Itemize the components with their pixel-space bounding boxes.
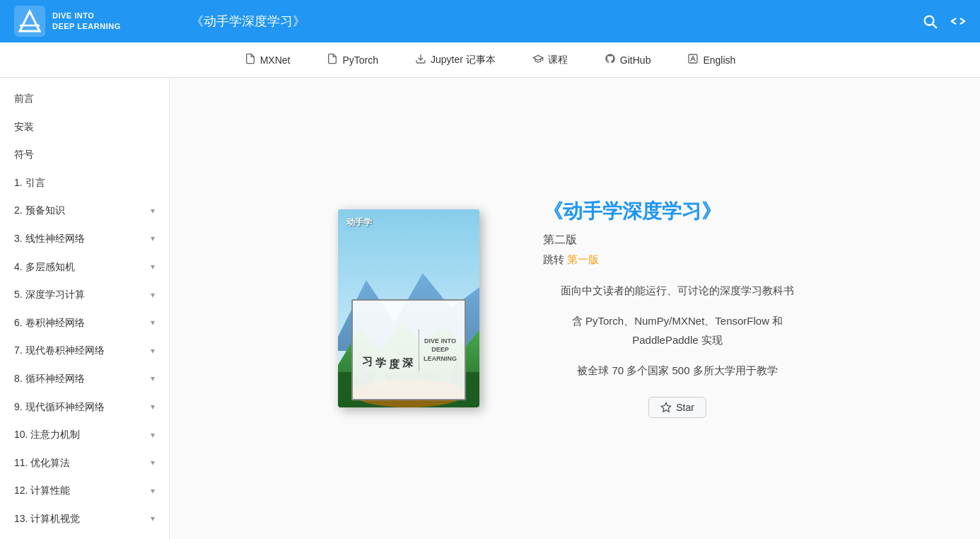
sidebar-item-prerequisites[interactable]: 2. 预备知识 ▾: [0, 197, 169, 225]
star-icon: [660, 402, 672, 413]
nav-label-github: GitHub: [620, 54, 651, 66]
github-icon: [605, 53, 616, 67]
sidebar-item-label: 12. 计算性能: [14, 484, 70, 498]
chevron-icon: ▾: [151, 345, 155, 357]
sidebar: 前言 安装 符号 1. 引言 2. 预备知识 ▾ 3. 线性神经网络 ▾ 4. …: [0, 78, 170, 539]
nav-item-pytorch[interactable]: PyTorch: [322, 50, 383, 70]
sidebar-item-linear-nn[interactable]: 3. 线性神经网络 ▾: [0, 225, 169, 253]
sidebar-item-label: 13. 计算机视觉: [14, 512, 80, 526]
book-subtitle-en: DIVE INTODEEPLEARNING: [424, 337, 457, 364]
chevron-icon: ▾: [151, 317, 155, 329]
book-cover-inner: 深度学习 DIVE INTODEEPLEARNING: [351, 299, 466, 400]
nav-item-jupyter[interactable]: Jupyter 记事本: [411, 50, 500, 70]
nav-label-mxnet: MXNet: [260, 54, 291, 66]
sidebar-item-label: 1. 引言: [14, 176, 45, 190]
chevron-icon: ▾: [151, 373, 155, 385]
sidebar-item-label: 2. 预备知识: [14, 204, 65, 218]
nav-item-github[interactable]: GitHub: [600, 50, 655, 70]
book-title-cn: 深度学习: [361, 349, 414, 351]
sidebar-item-label: 10. 注意力机制: [14, 428, 80, 442]
sidebar-item-preface[interactable]: 前言: [0, 85, 169, 113]
sidebar-item-label: 4. 多层感知机: [14, 260, 75, 274]
main-layout: 前言 安装 符号 1. 引言 2. 预备知识 ▾ 3. 线性神经网络 ▾ 4. …: [0, 78, 980, 539]
search-icon: [922, 13, 938, 29]
chevron-icon: ▾: [151, 261, 155, 273]
sidebar-item-label: 8. 循环神经网络: [14, 372, 85, 386]
nav-label-course: 课程: [548, 54, 568, 66]
star-label: Star: [676, 402, 694, 413]
content-area: 深度学习 DIVE INTODEEPLEARNING 动手学 《动手学深度学习》: [170, 78, 980, 539]
book-cover-wrapper: 深度学习 DIVE INTODEEPLEARNING 动手学: [338, 209, 486, 407]
svg-marker-16: [661, 403, 670, 412]
nav-item-course[interactable]: 课程: [528, 50, 572, 70]
sidebar-item-label: 9. 现代循环神经网络: [14, 400, 105, 415]
english-icon: [687, 53, 699, 67]
search-button[interactable]: [922, 13, 938, 29]
jupyter-icon: [415, 53, 426, 67]
book-features: 含 PyTorch、NumPy/MXNet、TensorFlow 和 Paddl…: [543, 311, 812, 349]
chevron-icon: ▾: [151, 513, 155, 525]
sidebar-item-cnn[interactable]: 6. 卷积神经网络 ▾: [0, 309, 169, 337]
chevron-icon: ▾: [151, 485, 155, 497]
sidebar-item-modern-cnn[interactable]: 7. 现代卷积神经网络 ▾: [0, 337, 169, 365]
book-usage: 被全球 70 多个国家 500 多所大学用于教学: [543, 361, 812, 380]
book-top-label: 动手学: [346, 216, 372, 228]
sidebar-item-mlp[interactable]: 4. 多层感知机 ▾: [0, 253, 169, 282]
nav-label-pytorch: PyTorch: [342, 54, 378, 66]
chevron-icon: ▾: [151, 457, 155, 469]
sidebar-item-label: 符号: [14, 148, 34, 162]
logo-text: DIVE INTO DEEP LEARNING: [52, 11, 121, 33]
chevron-icon: ▾: [151, 429, 155, 441]
star-button[interactable]: Star: [648, 397, 706, 418]
nav-item-english[interactable]: English: [683, 50, 740, 70]
book-edition: 第二版: [543, 233, 812, 248]
book-section: 深度学习 DIVE INTODEEPLEARNING 动手学 《动手学深度学习》: [170, 78, 980, 539]
mxnet-icon: [245, 53, 256, 67]
sidebar-item-label: 安装: [14, 120, 34, 134]
pytorch-icon: [327, 53, 338, 67]
nav-bar: MXNet PyTorch Jupyter 记事本 课程 GitHub Engl…: [0, 42, 980, 78]
book-prev-edition: 跳转 第一版: [543, 253, 812, 267]
sidebar-item-attention[interactable]: 10. 注意力机制 ▾: [0, 421, 169, 449]
svg-line-4: [933, 24, 936, 28]
chevron-icon: ▾: [151, 401, 155, 413]
code-icon: [950, 13, 966, 29]
nav-label-english: English: [703, 54, 735, 66]
code-button[interactable]: [950, 13, 966, 29]
sidebar-item-rnn[interactable]: 8. 循环神经网络 ▾: [0, 365, 169, 393]
header-title: 《动手学深度学习》: [184, 13, 922, 30]
book-cover: 深度学习 DIVE INTODEEPLEARNING 动手学: [338, 209, 479, 407]
top-header: DIVE INTO DEEP LEARNING 《动手学深度学习》: [0, 0, 980, 42]
sidebar-item-install[interactable]: 安装: [0, 113, 169, 141]
sidebar-item-deep-compute[interactable]: 5. 深度学习计算 ▾: [0, 281, 169, 309]
sidebar-item-label: 前言: [14, 92, 34, 106]
sidebar-item-compute-perf[interactable]: 12. 计算性能 ▾: [0, 477, 169, 505]
course-icon: [532, 53, 544, 67]
logo-area: DIVE INTO DEEP LEARNING: [14, 6, 184, 37]
book-main-title: 《动手学深度学习》: [543, 199, 812, 224]
book-info: 《动手学深度学习》 第二版 跳转 第一版 面向中文读者的能运行、可讨论的深度学习…: [543, 199, 812, 418]
sidebar-item-symbols[interactable]: 符号: [0, 141, 169, 169]
chevron-icon: ▾: [151, 289, 155, 301]
sidebar-item-cv[interactable]: 13. 计算机视觉 ▾: [0, 505, 169, 533]
sidebar-item-intro[interactable]: 1. 引言: [0, 169, 169, 197]
header-icons: [922, 13, 966, 29]
sidebar-item-label: 6. 卷积神经网络: [14, 316, 85, 330]
nav-label-jupyter: Jupyter 记事本: [431, 54, 496, 66]
sidebar-item-modern-rnn[interactable]: 9. 现代循环神经网络 ▾: [0, 393, 169, 422]
book-desc: 面向中文读者的能运行、可讨论的深度学习教科书: [543, 281, 812, 300]
sidebar-item-label: 11. 优化算法: [14, 456, 70, 470]
prev-edition-link[interactable]: 第一版: [567, 253, 599, 265]
chevron-icon: ▾: [151, 205, 155, 217]
sidebar-item-optimization[interactable]: 11. 优化算法 ▾: [0, 449, 169, 477]
sidebar-item-label: 3. 线性神经网络: [14, 232, 85, 246]
logo-icon: [14, 6, 45, 37]
nav-item-mxnet[interactable]: MXNet: [240, 50, 295, 70]
sidebar-item-label: 5. 深度学习计算: [14, 288, 85, 302]
chevron-icon: ▾: [151, 233, 155, 245]
sidebar-item-label: 7. 现代卷积神经网络: [14, 344, 105, 358]
